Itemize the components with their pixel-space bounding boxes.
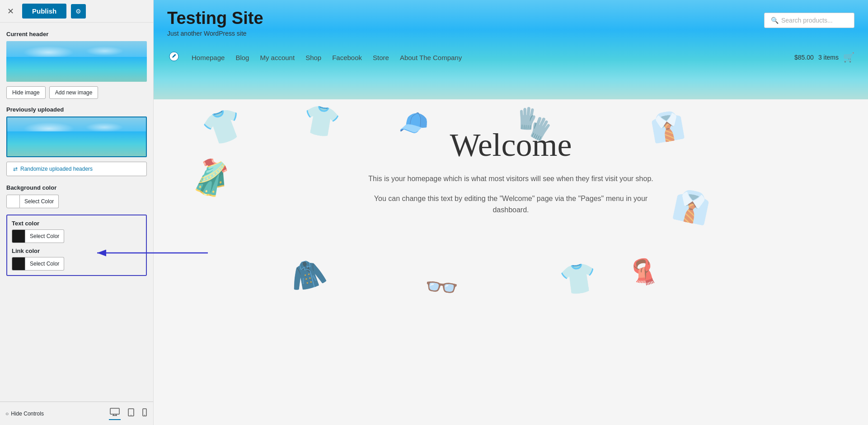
site-header: Testing Site Just another WordPress site… (154, 0, 868, 99)
hide-image-button[interactable]: Hide image (6, 86, 46, 99)
publish-button[interactable]: Publish (22, 4, 66, 19)
search-icon: 🔍 (771, 17, 779, 24)
nav-shop[interactable]: Shop (305, 54, 321, 61)
close-button[interactable]: ✕ (5, 5, 16, 18)
text-color-row: Select Color (12, 229, 141, 243)
add-new-image-button[interactable]: Add new image (49, 86, 99, 99)
hide-controls-icon: ○ (5, 411, 9, 417)
background-color-swatch[interactable] (6, 195, 20, 208)
welcome-text-1: This is your homepage which is what most… (362, 173, 660, 185)
clothing-item: 👕 (558, 260, 599, 299)
current-header-thumbnail (6, 41, 147, 82)
cart-items: 3 items (818, 54, 839, 61)
navigation-bar: Homepage Blog My account Shop Facebook S… (167, 44, 854, 69)
cart-area: $85.00 3 items 🛒 (794, 52, 854, 63)
text-color-label: Text color (12, 220, 141, 227)
background-color-row: Select Color (6, 195, 147, 208)
cart-icon[interactable]: 🛒 (843, 52, 854, 63)
tablet-icon (128, 408, 134, 416)
nav-edit-button[interactable] (167, 50, 181, 65)
link-color-row: Select Color (12, 257, 141, 271)
previously-uploaded-thumbnail[interactable] (6, 117, 147, 157)
search-box[interactable]: 🔍 Search products... (764, 13, 854, 28)
customizer-panel: ✕ Publish ⚙ Current header Hide image Ad… (0, 0, 154, 425)
previously-uploaded-title: Previously uploaded (6, 106, 147, 113)
background-color-section: Background color Select Color (6, 184, 147, 208)
clothing-item: 🧥 (286, 253, 330, 296)
bottom-bar: ○ Hide Controls (0, 402, 153, 425)
site-title: Testing Site (167, 9, 263, 28)
site-title-group: Testing Site Just another WordPress site (167, 9, 263, 37)
clothing-item: 👕 (300, 101, 342, 141)
pencil-icon (169, 51, 179, 61)
link-select-color-button[interactable]: Select Color (25, 257, 64, 271)
desktop-icon (110, 408, 120, 416)
settings-button[interactable]: ⚙ (71, 4, 86, 19)
randomize-label: Randomize uploaded headers (20, 166, 93, 172)
hide-controls-label: Hide Controls (11, 411, 44, 417)
mobile-icon (142, 408, 147, 416)
mobile-device-button[interactable] (141, 407, 148, 420)
welcome-text-2: You can change this text by editing the … (362, 193, 660, 216)
nav-blog[interactable]: Blog (235, 54, 249, 61)
nav-store[interactable]: Store (373, 54, 389, 61)
clothing-item: 👔 (670, 186, 713, 227)
nav-about-company[interactable]: About The Company (400, 54, 462, 61)
text-link-color-section: Text color Select Color Link color Selec… (6, 215, 147, 276)
site-preview: Testing Site Just another WordPress site… (154, 0, 868, 425)
link-color-swatch[interactable] (12, 257, 25, 271)
svg-rect-0 (110, 408, 119, 414)
panel-content: Current header Hide image Add new image … (0, 23, 153, 402)
svg-point-5 (131, 415, 131, 416)
svg-point-7 (144, 415, 145, 416)
cart-price: $85.00 (794, 54, 814, 61)
hide-controls-button[interactable]: ○ Hide Controls (5, 411, 44, 417)
current-header-title: Current header (6, 31, 147, 37)
text-color-swatch[interactable] (12, 229, 25, 243)
nav-homepage[interactable]: Homepage (192, 54, 225, 61)
background-color-title: Background color (6, 184, 147, 191)
main-content: 👕 👕 🧢 🧤 👔 🥻 🧥 👓 👕 👔 🧣 Welcome This is yo… (154, 99, 868, 425)
site-tagline: Just another WordPress site (167, 30, 263, 37)
tablet-device-button[interactable] (127, 407, 135, 420)
clothing-item: 👕 (198, 103, 248, 151)
search-placeholder: Search products... (781, 17, 833, 24)
clothing-item: 👓 (423, 270, 460, 304)
nav-facebook[interactable]: Facebook (332, 54, 362, 61)
clothing-item: 🥻 (184, 152, 238, 204)
randomize-icon: ⇄ (13, 166, 18, 172)
top-bar: ✕ Publish ⚙ (0, 0, 153, 23)
welcome-area: Welcome This is your homepage which is w… (353, 99, 669, 238)
desktop-device-button[interactable] (109, 407, 121, 420)
nav-myaccount[interactable]: My account (260, 54, 295, 61)
clothing-item: 🧣 (624, 253, 663, 291)
text-select-color-button[interactable]: Select Color (25, 229, 64, 243)
device-icons (109, 407, 148, 420)
welcome-title: Welcome (362, 126, 660, 164)
site-title-area: Testing Site Just another WordPress site… (167, 9, 854, 37)
randomize-button[interactable]: ⇄ Randomize uploaded headers (6, 162, 147, 176)
image-buttons: Hide image Add new image (6, 86, 147, 99)
link-color-label: Link color (12, 248, 141, 254)
background-select-color-button[interactable]: Select Color (20, 195, 59, 208)
